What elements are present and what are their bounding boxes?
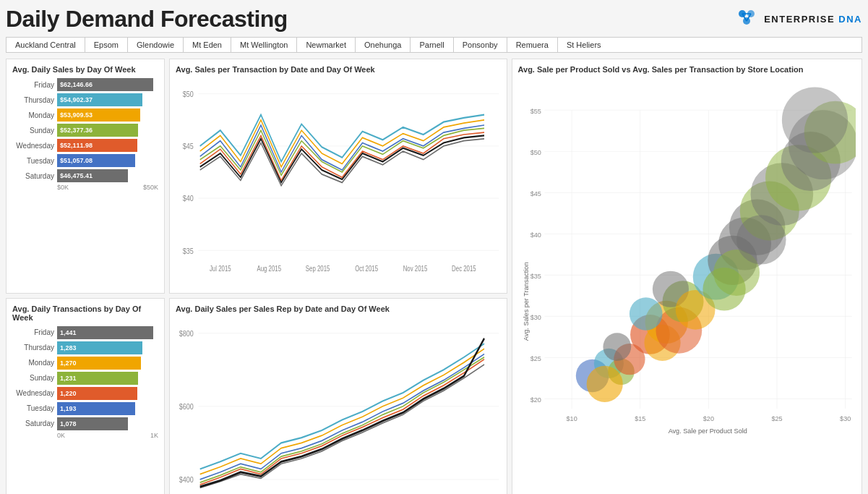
filter-ponsonby[interactable]: Ponsonby	[454, 38, 507, 52]
filter-glendowie[interactable]: Glendowie	[128, 38, 184, 52]
bar-value: $46,475.41	[60, 172, 93, 179]
x-axis-labels: 0K 1K	[12, 432, 158, 439]
bar-container: 1,231	[57, 372, 158, 385]
bar-value: $54,902.37	[60, 96, 93, 103]
bar-value: $53,909.53	[60, 111, 93, 119]
svg-text:$400: $400	[179, 475, 194, 484]
svg-text:Avg. Sale per Product Sold: Avg. Sale per Product Sold	[668, 427, 747, 435]
bar-row-thursday: Thursday $54,902.37	[12, 93, 158, 106]
bar-value: 1,193	[60, 405, 77, 412]
bar: $46,475.41	[57, 169, 128, 182]
bar-row-wednesday: Wednesday $52,111.98	[12, 139, 158, 152]
bubble	[586, 366, 622, 402]
bar-row-friday: Friday $62,146.66	[12, 78, 158, 91]
filter-parnell[interactable]: Parnell	[411, 38, 453, 52]
bar-row-sunday: Sunday $52,377.36	[12, 124, 158, 137]
bar-label: Sunday	[12, 374, 54, 382]
svg-text:$40: $40	[530, 231, 541, 239]
filter-mt-wellington[interactable]: Mt Wellington	[231, 38, 297, 52]
bar-label: Thursday	[12, 96, 54, 104]
bar-label: Friday	[12, 81, 54, 89]
bar-row-monday: Monday $53,909.53	[12, 108, 158, 122]
bubble	[603, 333, 631, 361]
bar-container: $52,377.36	[57, 124, 158, 137]
bar-container: 1,270	[57, 357, 158, 370]
bar-value: $51,057.08	[60, 157, 93, 164]
svg-text:$10: $10	[566, 415, 577, 422]
filter-remuera[interactable]: Remuera	[507, 38, 558, 52]
svg-text:$600: $600	[179, 402, 194, 411]
svg-text:Aug 2015: Aug 2015	[257, 265, 281, 273]
filter-mt-eden[interactable]: Mt Eden	[184, 38, 231, 52]
svg-text:$20: $20	[530, 396, 541, 404]
svg-text:$45: $45	[530, 190, 541, 197]
bar-container: $51,057.08	[57, 154, 158, 167]
logo-area: ENTERPRISE DNA	[735, 8, 862, 31]
svg-text:Sep 2015: Sep 2015	[306, 265, 330, 273]
svg-text:$20: $20	[702, 415, 713, 422]
page-title: Daily Demand Forecasting	[6, 6, 288, 33]
bar-label: Sunday	[12, 127, 54, 135]
bar-row-tuesday: Tuesday 1,193	[12, 402, 158, 415]
bar-row-sunday: Sunday 1,231	[12, 372, 158, 385]
bar: 1,283	[57, 341, 142, 354]
header: Daily Demand Forecasting ENTERPRISE DNA	[6, 6, 862, 33]
bar-label: Thursday	[12, 344, 54, 352]
bar-row-tuesday: Tuesday $51,057.08	[12, 154, 158, 167]
svg-text:$50: $50	[183, 90, 194, 98]
svg-text:$30: $30	[530, 314, 541, 321]
filter-newmarket[interactable]: Newmarket	[297, 38, 356, 52]
bar: 1,193	[57, 402, 135, 415]
svg-text:$25: $25	[771, 415, 782, 422]
svg-text:$35: $35	[530, 273, 541, 280]
svg-text:$55: $55	[530, 108, 541, 115]
avg-sales-transaction-chart: Avg. Sales per Transaction by Date and D…	[169, 59, 507, 294]
bar-container: $46,475.41	[57, 169, 158, 182]
avg-daily-transactions-chart: Avg. Daily Transactions by Day Of Week F…	[6, 298, 165, 494]
bar-row-thursday: Thursday 1,283	[12, 341, 158, 354]
avg-daily-sales-title: Avg. Daily Sales by Day Of Week	[12, 65, 158, 74]
bar-row-wednesday: Wednesday 1,220	[12, 387, 158, 400]
bar-row-friday: Friday 1,441	[12, 326, 158, 339]
svg-text:Dec 2015: Dec 2015	[452, 265, 476, 273]
svg-text:$35: $35	[183, 247, 194, 255]
bar-label: Friday	[12, 328, 54, 336]
bar: $52,377.36	[57, 124, 138, 137]
bar-container: 1,220	[57, 387, 158, 400]
dashboard: Daily Demand Forecasting ENTERPRISE DNA …	[0, 0, 868, 494]
bar-value: 1,270	[60, 359, 77, 367]
bar: $51,057.08	[57, 154, 135, 167]
x-axis-labels: $0K $50K	[12, 184, 158, 191]
svg-text:Oct 2015: Oct 2015	[355, 265, 378, 273]
main-content: Avg. Daily Sales by Day Of Week Friday $…	[6, 59, 862, 494]
axis-label-1k: 1K	[150, 432, 158, 439]
bar-value: $62,146.66	[60, 81, 93, 88]
line-chart-svg: $50 $45 $40 $35 Jul 2015 Aug 2015 Sep 20…	[176, 78, 501, 287]
scatter-title: Avg. Sale per Product Sold vs Avg. Sales…	[518, 65, 856, 74]
logo-text: ENTERPRISE DNA	[764, 14, 862, 25]
bar-container: $52,111.98	[57, 139, 158, 152]
bar-value: 1,283	[60, 344, 77, 352]
bar-container: $53,909.53	[57, 108, 158, 122]
filter-st-heliers[interactable]: St Heliers	[558, 38, 610, 52]
bar-value: 1,078	[60, 420, 77, 427]
avg-daily-sales-chart: Avg. Daily Sales by Day Of Week Friday $…	[6, 59, 165, 294]
filter-onehunga[interactable]: Onehunga	[356, 38, 411, 52]
scatter-chart: Avg. Sale per Product Sold vs Avg. Sales…	[512, 59, 863, 494]
logo-icon	[735, 8, 758, 31]
svg-text:Nov 2015: Nov 2015	[403, 265, 428, 273]
filter-epsom[interactable]: Epsom	[85, 38, 128, 52]
bar: 1,270	[57, 357, 141, 370]
bar: $62,146.66	[57, 78, 153, 91]
bubble	[629, 297, 662, 331]
left-column: Avg. Daily Sales by Day Of Week Friday $…	[6, 59, 165, 494]
bar-label: Monday	[12, 359, 54, 367]
filter-auckland-central[interactable]: Auckland Central	[7, 38, 85, 52]
bar-container: 1,193	[57, 402, 158, 415]
bar: $53,909.53	[57, 108, 140, 122]
svg-text:$800: $800	[179, 329, 194, 338]
svg-text:$40: $40	[183, 194, 194, 203]
bar-label: Tuesday	[12, 404, 54, 412]
avg-sales-transaction-title: Avg. Sales per Transaction by Date and D…	[176, 65, 501, 74]
svg-text:Avg. Sales per Transaction: Avg. Sales per Transaction	[522, 263, 529, 341]
